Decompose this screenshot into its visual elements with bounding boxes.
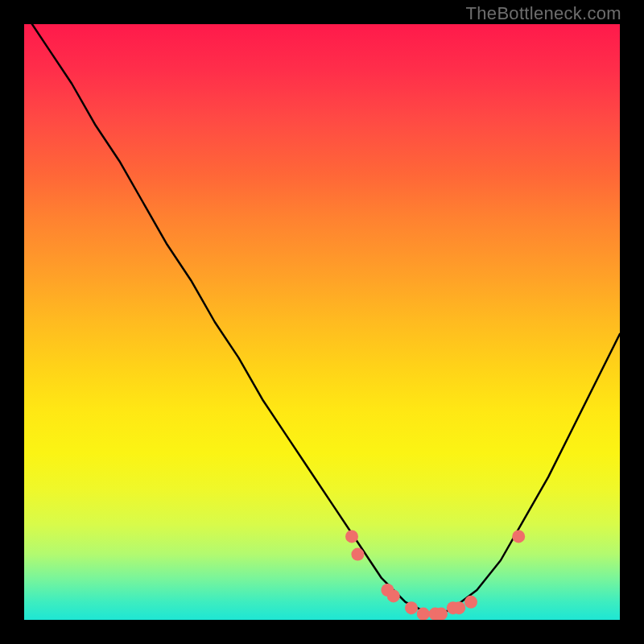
highlight-dot bbox=[452, 601, 465, 614]
highlight-dot bbox=[405, 601, 418, 614]
bottleneck-chart bbox=[24, 24, 620, 620]
highlight-dot bbox=[351, 548, 364, 561]
outer-frame: TheBottleneck.com bbox=[0, 0, 644, 644]
highlight-dot bbox=[464, 596, 477, 609]
plot-area bbox=[24, 24, 620, 620]
highlight-dot bbox=[512, 530, 525, 543]
curve-path bbox=[24, 24, 620, 614]
highlight-dot bbox=[387, 589, 400, 602]
watermark-label: TheBottleneck.com bbox=[466, 3, 621, 24]
highlight-dot bbox=[435, 608, 448, 620]
highlight-dot bbox=[417, 608, 430, 620]
highlight-dot bbox=[345, 530, 358, 543]
